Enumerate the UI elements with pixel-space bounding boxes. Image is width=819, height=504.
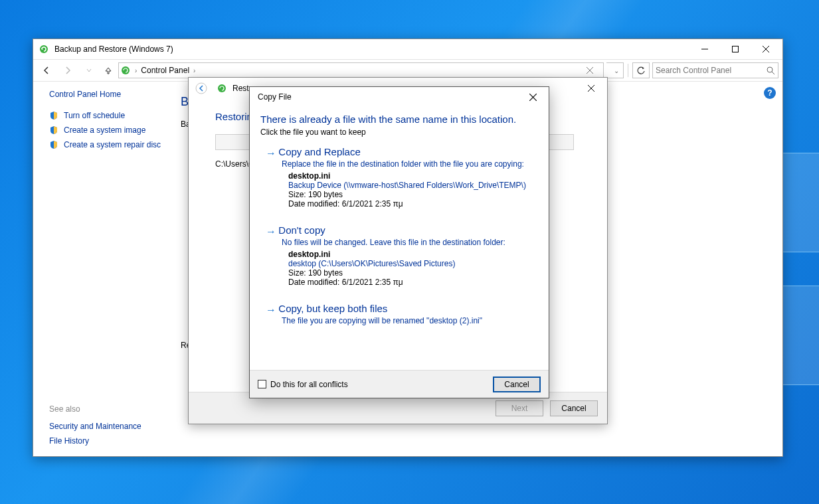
shield-icon: [49, 140, 58, 149]
search-input[interactable]: [652, 62, 778, 78]
dialog-footer: Do this for all conflicts Cancel: [250, 370, 549, 398]
file-location: desktop (C:\Users\OK\Pictures\Saved Pict…: [288, 259, 538, 268]
backup-restore-icon: [120, 65, 131, 76]
file-date: Date modified: 6/1/2021 2:35 πμ: [288, 199, 538, 209]
file-size: Size: 190 bytes: [288, 268, 538, 278]
option-title: Don't copy: [278, 224, 325, 236]
see-also-security[interactable]: Security and Maintenance: [49, 419, 141, 434]
svg-line-9: [772, 72, 774, 74]
sidebar-item-repair-disc[interactable]: Create a system repair disc: [49, 137, 177, 152]
option-dont-copy[interactable]: → Don't copy No files will be changed. L…: [266, 224, 538, 287]
file-details: desktop.ini Backup Device (\\vmware-host…: [288, 171, 538, 209]
recent-dropdown[interactable]: [80, 62, 98, 79]
search-icon: [766, 66, 775, 75]
wizard-close-button[interactable]: [577, 78, 606, 98]
window-title: Backup and Restore (Windows 7): [54, 44, 689, 54]
option-description: No files will be changed. Leave this fil…: [282, 238, 538, 247]
breadcrumb-overflow[interactable]: ⌄: [606, 62, 624, 78]
option-title: Copy and Replace: [278, 146, 360, 157]
svg-rect-2: [733, 46, 739, 52]
maximize-button[interactable]: [720, 39, 751, 59]
breadcrumb[interactable]: › Control Panel ›: [118, 62, 604, 78]
cancel-button[interactable]: Cancel: [550, 400, 598, 416]
checkbox-label: Do this for all conflicts: [270, 380, 348, 389]
forward-button[interactable]: [58, 62, 77, 79]
svg-point-0: [40, 45, 48, 53]
backup-restore-icon: [217, 83, 227, 94]
chevron-down-icon: ⌄: [612, 67, 620, 74]
see-also-filehistory[interactable]: File History: [49, 434, 141, 448]
chevron-right-icon: ›: [192, 67, 197, 74]
search-field[interactable]: [656, 66, 763, 75]
up-button[interactable]: [101, 63, 116, 78]
sidebar-home-link[interactable]: Control Panel Home: [49, 90, 177, 99]
sidebar: Control Panel Home Turn off schedule Cre…: [33, 82, 181, 456]
svg-point-10: [196, 83, 207, 94]
dialog-title: Copy File: [258, 92, 292, 102]
dialog-cancel-button[interactable]: Cancel: [493, 377, 541, 392]
dialog-titlebar[interactable]: Copy File: [250, 87, 549, 107]
arrow-right-icon: →: [266, 304, 276, 315]
minimize-button[interactable]: [689, 39, 720, 59]
dialog-body: There is already a file with the same na…: [250, 107, 549, 370]
option-keep-both[interactable]: → Copy, but keep both files The file you…: [266, 303, 538, 325]
sidebar-item-label: Create a system image: [64, 126, 145, 135]
option-description: Replace the file in the destination fold…: [282, 159, 538, 169]
sidebar-item-label: Turn off schedule: [64, 111, 125, 120]
breadcrumb-item[interactable]: Control Panel: [141, 66, 189, 75]
option-copy-replace[interactable]: → Copy and Replace Replace the file in t…: [266, 146, 538, 209]
svg-point-8: [767, 67, 773, 72]
chevron-right-icon: ›: [134, 67, 138, 74]
close-button[interactable]: [751, 39, 781, 59]
back-button[interactable]: [37, 62, 56, 79]
see-also-section: See also Security and Maintenance File H…: [49, 404, 141, 448]
desktop-decoration: [782, 153, 819, 418]
option-description: The file you are copying will be renamed…: [282, 316, 538, 325]
refresh-button[interactable]: [632, 62, 650, 78]
arrow-right-icon: →: [266, 147, 276, 159]
shield-icon: [49, 111, 58, 120]
backup-restore-icon: [39, 44, 49, 54]
see-also-heading: See also: [49, 404, 141, 414]
file-name: desktop.ini: [288, 171, 538, 181]
file-details: desktop.ini desktop (C:\Users\OK\Picture…: [288, 250, 538, 287]
sidebar-item-schedule[interactable]: Turn off schedule: [49, 108, 177, 123]
file-name: desktop.ini: [288, 250, 538, 259]
next-button: Next: [496, 400, 543, 416]
help-icon[interactable]: ?: [764, 87, 776, 99]
arrow-right-icon: →: [266, 226, 276, 237]
do-for-all-checkbox[interactable]: Do this for all conflicts: [258, 380, 348, 389]
file-size: Size: 190 bytes: [288, 190, 538, 199]
copy-file-dialog: Copy File There is already a file with t…: [249, 86, 549, 398]
file-location: Backup Device (\\vmware-host\Shared Fold…: [288, 181, 538, 190]
svg-point-5: [122, 66, 130, 74]
dialog-close-button[interactable]: [518, 88, 547, 106]
wizard-back-button[interactable]: [195, 82, 207, 94]
shield-icon: [49, 126, 58, 135]
svg-point-11: [218, 84, 226, 92]
file-date: Date modified: 6/1/2021 2:35 πμ: [288, 278, 538, 287]
sidebar-item-system-image[interactable]: Create a system image: [49, 123, 177, 137]
dialog-subtitle: Click the file you want to keep: [260, 127, 538, 137]
option-title: Copy, but keep both files: [278, 303, 387, 314]
checkbox-icon[interactable]: [258, 380, 266, 388]
dialog-headline: There is already a file with the same na…: [260, 114, 538, 125]
sidebar-item-label: Create a system repair disc: [64, 140, 161, 149]
window-titlebar[interactable]: Backup and Restore (Windows 7): [33, 39, 782, 59]
